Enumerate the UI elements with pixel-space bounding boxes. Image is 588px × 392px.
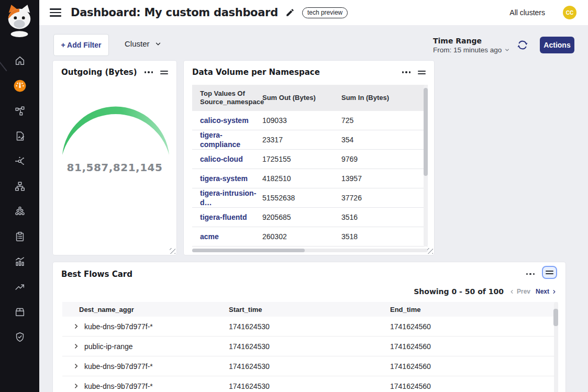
horizontal-scrollbar-track[interactable] — [192, 249, 428, 252]
time-range-value-text: From: 15 minutes ago — [433, 46, 502, 54]
expand-row-button[interactable] — [73, 363, 80, 370]
sidebar-item-dashboard-active[interactable] — [0, 73, 39, 98]
gauge-card-header: Outgoing (Bytes) — [53, 61, 176, 77]
sidebar-item-policies[interactable] — [0, 124, 39, 149]
card-menu-button[interactable] — [402, 71, 411, 73]
table-row: tigera-intrusion-d… 51552638 37726 — [192, 188, 428, 208]
card-resize-grip[interactable] — [170, 248, 175, 254]
vertical-scrollbar-thumb[interactable] — [424, 88, 428, 176]
sidebar-item-compliance[interactable] — [0, 224, 39, 249]
gauge-value: 81,587,821,145 — [53, 161, 176, 174]
outgoing-bytes-card: Outgoing (Bytes) 81,587,821,145 — [52, 60, 177, 255]
cluster-dropdown-label: Cluster — [125, 39, 150, 48]
top-header: Dashboard: My custom dashboard tech prev… — [39, 0, 588, 25]
dest-name: public-ip-range — [84, 342, 133, 351]
card-drag-handle[interactable] — [418, 71, 426, 74]
table-row: tigera-fluentd 9205685 3516 — [192, 208, 428, 227]
table-row: kube-dns-9b7d977f-* 1741624530 174162456… — [62, 356, 558, 376]
namespace-card-header: Data Volume per Namespace — [184, 61, 434, 77]
vertical-scrollbar-thumb[interactable] — [553, 309, 558, 326]
cluster-scope-selector[interactable]: All clusters — [509, 8, 545, 17]
sum-out-value: 260302 — [262, 232, 287, 241]
expand-row-button[interactable] — [73, 343, 80, 350]
sum-out-value: 4182510 — [262, 174, 291, 183]
card-drag-handle[interactable] — [160, 71, 168, 74]
sidebar-nav — [0, 48, 39, 350]
sitemap-icon — [14, 181, 26, 192]
gauge-card-title: Outgoing (Bytes) — [61, 68, 145, 77]
flows-card-header: Best Flows Card — [53, 262, 565, 279]
sidebar-item-home[interactable] — [0, 48, 39, 73]
next-page-button[interactable]: Next — [536, 288, 557, 295]
chevron-right-icon — [73, 343, 80, 350]
namespace-link[interactable]: tigera-fluentd — [200, 213, 247, 221]
dashboard-gauge-icon — [13, 79, 27, 93]
time-range-value[interactable]: From: 15 minutes ago — [433, 46, 510, 54]
prev-page-button[interactable]: Prev — [509, 288, 530, 295]
chevron-right-icon — [551, 289, 557, 295]
sidebar-item-clusters[interactable] — [0, 199, 39, 224]
card-resize-grip[interactable] — [427, 248, 433, 254]
horizontal-scrollbar-thumb[interactable] — [192, 249, 305, 252]
sidebar-item-security[interactable] — [0, 324, 39, 350]
sum-in-value: 725 — [341, 116, 353, 125]
service-graph-icon — [14, 105, 26, 117]
table-row: kube-dns-9b7d977f-* 1741624530 174162456… — [62, 317, 558, 337]
clipboard-icon — [14, 231, 26, 242]
sidebar-item-statistics[interactable] — [0, 249, 39, 274]
card-drag-handle-focused[interactable] — [542, 266, 557, 279]
edit-dashboard-button[interactable] — [285, 7, 296, 18]
sidebar-item-service-graph[interactable] — [0, 98, 39, 124]
cluster-group-icon — [14, 206, 26, 217]
namespace-link[interactable]: tigera-system — [200, 174, 248, 183]
namespace-link[interactable]: tigera-intrusion-d… — [200, 189, 256, 207]
expand-row-button[interactable] — [73, 323, 80, 330]
namespace-link[interactable]: calico-system — [200, 116, 249, 125]
user-avatar[interactable]: CC — [563, 6, 576, 19]
flows-table: Dest_name_aggr Start_time End_time kube-… — [62, 302, 558, 392]
chevron-left-icon — [509, 289, 515, 295]
page-title: Dashboard: My custom dashboard — [71, 6, 278, 19]
namespace-link[interactable]: acme — [200, 232, 219, 241]
tech-preview-badge: tech preview — [302, 7, 348, 18]
hamburger-menu-button[interactable] — [50, 8, 61, 17]
shield-check-icon — [14, 331, 26, 343]
end-time: 1741624560 — [390, 362, 431, 371]
sum-out-value: 9205685 — [262, 213, 291, 221]
column-header: Sum Out (Bytes) — [262, 94, 341, 102]
stats-chart-icon — [14, 256, 26, 267]
namespace-card-title: Data Volume per Namespace — [192, 68, 402, 77]
trending-up-icon — [14, 281, 26, 293]
namespace-link[interactable]: tigera-compliance — [200, 131, 240, 149]
expand-row-button[interactable] — [73, 383, 80, 390]
chevron-down-icon — [154, 40, 162, 48]
card-menu-button[interactable] — [526, 273, 535, 275]
table-row: tigera-compliance 23317 354 — [192, 130, 428, 150]
policy-document-icon — [14, 130, 26, 142]
refresh-button[interactable] — [517, 39, 528, 51]
box-icon — [14, 306, 26, 318]
calico-cat-logo[interactable] — [4, 3, 35, 39]
sum-out-value: 51552638 — [262, 194, 295, 202]
card-menu-button[interactable] — [145, 71, 153, 73]
flows-table-header: Dest_name_aggr Start_time End_time — [62, 302, 558, 317]
table-row: acme 260302 3518 — [192, 227, 428, 247]
table-row: calico-system 109033 725 — [192, 111, 428, 130]
data-volume-card: Data Volume per Namespace Top Values Of … — [183, 60, 435, 255]
sidebar-item-workloads[interactable] — [0, 299, 39, 324]
home-icon — [14, 55, 26, 66]
cluster-dropdown[interactable]: Cluster — [125, 39, 162, 48]
sidebar-item-trends[interactable] — [0, 274, 39, 299]
next-label: Next — [536, 288, 549, 295]
start-time: 1741624530 — [229, 382, 270, 390]
time-range-label: Time Range — [433, 37, 510, 45]
sum-in-value: 13957 — [341, 174, 362, 183]
add-filter-button[interactable]: + Add Filter — [53, 34, 109, 56]
sidebar-item-flow-visualizations[interactable] — [0, 149, 39, 174]
actions-button[interactable]: Actions — [540, 37, 574, 53]
table-row: calico-cloud 1725155 9769 — [192, 150, 428, 169]
chevron-right-icon — [73, 323, 80, 330]
namespace-link[interactable]: calico-cloud — [200, 155, 243, 163]
sum-in-value: 3516 — [341, 213, 358, 221]
sidebar-item-endpoints[interactable] — [0, 174, 39, 199]
